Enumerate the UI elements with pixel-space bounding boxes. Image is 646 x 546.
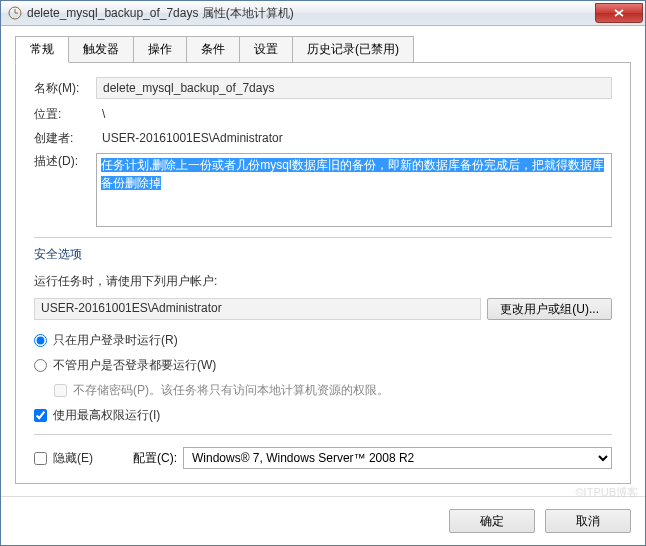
description-input[interactable]: 任务计划,删除上一份或者几份mysql数据库旧的备份，即新的数据库备份完成后，把…	[96, 153, 612, 227]
radio-run-always[interactable]: 不管用户是否登录都要运行(W)	[34, 357, 612, 374]
tab-settings[interactable]: 设置	[239, 36, 293, 62]
radio-logged-in-only[interactable]: 只在用户登录时运行(R)	[34, 332, 612, 349]
window-title: delete_mysql_backup_of_7days 属性(本地计算机)	[27, 5, 595, 22]
tab-history[interactable]: 历史记录(已禁用)	[292, 36, 414, 62]
divider	[34, 237, 612, 238]
radio-logged-in-only-label: 只在用户登录时运行(R)	[53, 332, 178, 349]
run-as-label: 运行任务时，请使用下列用户帐户:	[34, 273, 612, 290]
radio-run-always-label: 不管用户是否登录都要运行(W)	[53, 357, 216, 374]
creator-label: 创建者:	[34, 130, 96, 147]
dialog-body: 常规 触发器 操作 条件 设置 历史记录(已禁用) 名称(M): 位置: \ 创…	[1, 26, 645, 496]
security-section-title: 安全选项	[34, 246, 612, 263]
cancel-button[interactable]: 取消	[545, 509, 631, 533]
checkbox-no-store-password-label: 不存储密码(P)。该任务将只有访问本地计算机资源的权限。	[73, 382, 389, 399]
divider-2	[34, 434, 612, 435]
change-user-button[interactable]: 更改用户或组(U)...	[487, 298, 612, 320]
checkbox-hidden-input[interactable]	[34, 452, 47, 465]
clock-icon	[7, 5, 23, 21]
description-label: 描述(D):	[34, 153, 96, 170]
watermark: ©ITPUB博客	[576, 485, 639, 500]
tab-conditions[interactable]: 条件	[186, 36, 240, 62]
tab-content-general: 名称(M): 位置: \ 创建者: USER-20161001ES\Admini…	[15, 63, 631, 484]
name-input[interactable]	[96, 77, 612, 99]
user-account-display: USER-20161001ES\Administrator	[34, 298, 481, 320]
location-label: 位置:	[34, 106, 96, 123]
tab-actions[interactable]: 操作	[133, 36, 187, 62]
description-text: 任务计划,删除上一份或者几份mysql数据库旧的备份，即新的数据库备份完成后，把…	[101, 158, 604, 190]
tab-general[interactable]: 常规	[15, 36, 69, 63]
radio-run-always-input[interactable]	[34, 359, 47, 372]
checkbox-hidden-label: 隐藏(E)	[53, 450, 93, 467]
tab-strip: 常规 触发器 操作 条件 设置 历史记录(已禁用)	[15, 36, 631, 63]
dialog-footer: 确定 取消	[1, 496, 645, 545]
checkbox-no-store-password: 不存储密码(P)。该任务将只有访问本地计算机资源的权限。	[54, 382, 612, 399]
tab-triggers[interactable]: 触发器	[68, 36, 134, 62]
checkbox-highest-privileges-input[interactable]	[34, 409, 47, 422]
checkbox-highest-privileges-label: 使用最高权限运行(I)	[53, 407, 160, 424]
checkbox-no-store-password-input	[54, 384, 67, 397]
configure-for-label: 配置(C):	[133, 450, 177, 467]
checkbox-hidden[interactable]: 隐藏(E)	[34, 450, 93, 467]
ok-button[interactable]: 确定	[449, 509, 535, 533]
close-button[interactable]	[595, 3, 643, 23]
checkbox-highest-privileges[interactable]: 使用最高权限运行(I)	[34, 407, 612, 424]
creator-value: USER-20161001ES\Administrator	[96, 129, 612, 147]
configure-for-select[interactable]: Windows® 7, Windows Server™ 2008 R2	[183, 447, 612, 469]
name-label: 名称(M):	[34, 80, 96, 97]
radio-logged-in-only-input[interactable]	[34, 334, 47, 347]
location-value: \	[96, 105, 612, 123]
titlebar[interactable]: delete_mysql_backup_of_7days 属性(本地计算机)	[1, 1, 645, 26]
task-properties-dialog: delete_mysql_backup_of_7days 属性(本地计算机) 常…	[0, 0, 646, 546]
